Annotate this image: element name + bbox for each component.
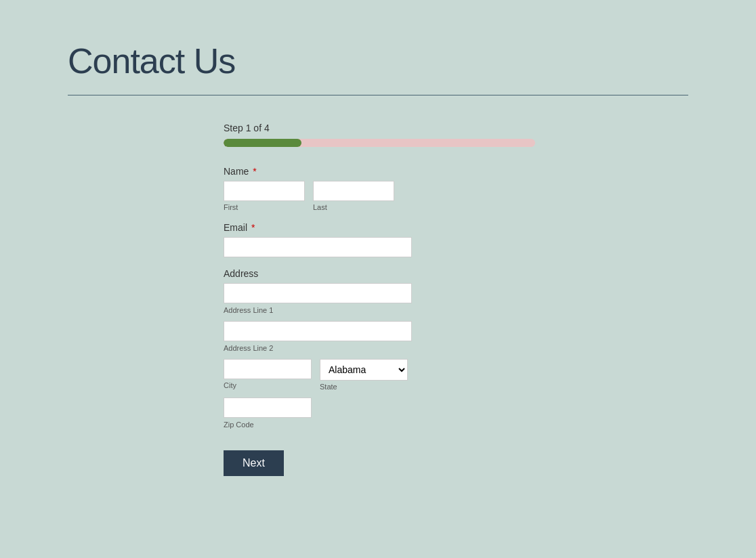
city-wrapper: City [224,359,312,391]
last-name-label: Last [313,203,394,211]
form-container: Step 1 of 4 Name * First Last [224,123,549,476]
page-title: Contact Us [68,41,688,81]
email-field-group: Email * [224,222,549,257]
address-label: Address [224,268,549,279]
progress-bar-container [224,139,535,147]
zip-input[interactable] [224,398,312,418]
address-line1-input[interactable] [224,283,412,303]
state-select[interactable]: Alabama Alaska Arizona Arkansas Californ… [320,359,408,381]
email-required-indicator: * [249,222,255,233]
address-line2-input[interactable] [224,321,412,341]
state-label: State [320,383,408,391]
city-state-row: City Alabama Alaska Arizona Arkansas Cal… [224,359,549,391]
name-label: Name * [224,166,549,177]
next-button[interactable]: Next [224,450,284,476]
name-field-group: Name * First Last [224,166,549,211]
last-name-wrapper: Last [313,181,394,211]
city-label: City [224,381,312,389]
step-label: Step 1 of 4 [224,123,549,133]
page-divider [68,95,688,95]
last-name-input[interactable] [313,181,394,201]
zip-wrapper: Zip Code [224,398,549,429]
first-name-wrapper: First [224,181,305,211]
name-row: First Last [224,181,549,211]
name-required-indicator: * [250,166,256,177]
email-input[interactable] [224,237,412,257]
page-container: Contact Us Step 1 of 4 Name * First Last [0,0,756,517]
progress-bar-fill [224,139,301,147]
address-line1-label: Address Line 1 [224,306,549,314]
first-name-input[interactable] [224,181,305,201]
state-wrapper: Alabama Alaska Arizona Arkansas Californ… [320,359,408,391]
zip-label: Zip Code [224,421,549,429]
address-field-group: Address Address Line 1 Address Line 2 Ci… [224,268,549,429]
address-line2-label: Address Line 2 [224,344,549,352]
first-name-label: First [224,203,305,211]
email-label: Email * [224,222,549,233]
city-input[interactable] [224,359,312,379]
